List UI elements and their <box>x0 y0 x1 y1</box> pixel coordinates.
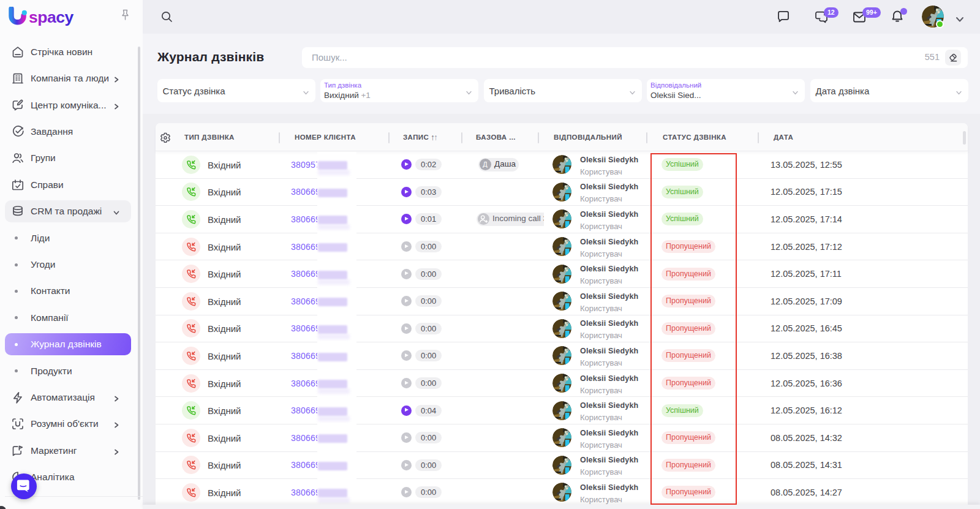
svg-text:spacy: spacy <box>29 8 74 26</box>
